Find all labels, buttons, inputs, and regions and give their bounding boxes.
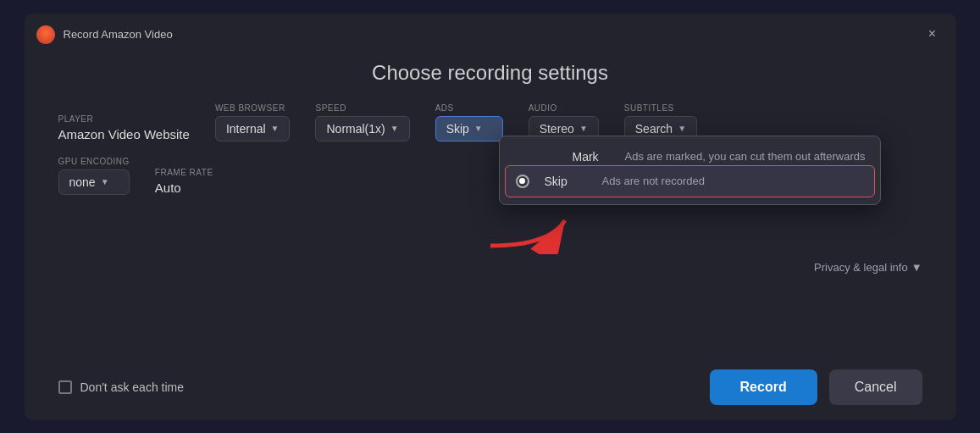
subtitles-label: SUBTITLES — [624, 103, 697, 113]
dont-ask-label: Don't ask each time — [80, 380, 185, 394]
red-arrow-icon — [482, 203, 575, 258]
mark-option-name: Mark — [573, 150, 625, 164]
skip-option-name: Skip — [545, 175, 587, 188]
bottom-buttons: Record Cancel — [710, 369, 922, 405]
close-button[interactable]: × — [922, 24, 943, 44]
window-title: Record Amazon Video — [64, 28, 173, 41]
gpu-encoding-value: none — [69, 175, 96, 189]
frame-rate-value: Auto — [155, 180, 213, 195]
bottom-bar: Don't ask each time Record Cancel — [25, 354, 956, 420]
dont-ask-checkbox[interactable] — [58, 380, 72, 394]
dialog-window: Record Amazon Video × Choose recording s… — [25, 14, 956, 420]
speed-value: Normal(1x) — [326, 122, 385, 136]
web-browser-value: Internal — [226, 122, 266, 136]
speed-dropdown[interactable]: Normal(1x) ▼ — [315, 116, 409, 142]
privacy-link[interactable]: Privacy & legal info ▼ — [814, 261, 922, 274]
audio-value: Stereo — [540, 122, 574, 136]
gpu-encoding-group: GPU ENCODING none ▼ — [58, 157, 130, 195]
subtitles-value: Search — [635, 122, 673, 136]
record-button[interactable]: Record — [710, 369, 817, 405]
web-browser-group: WEB BROWSER Internal ▼ — [215, 103, 291, 142]
subtitles-chevron: ▼ — [678, 124, 686, 133]
web-browser-dropdown[interactable]: Internal ▼ — [215, 116, 291, 142]
mark-header-row: Mark Ads are marked, you can cut them ou… — [500, 143, 881, 165]
audio-label: AUDIO — [529, 103, 599, 113]
ads-dropdown[interactable]: Skip ▼ — [435, 116, 503, 142]
web-browser-chevron: ▼ — [271, 124, 280, 133]
skip-radio — [516, 175, 529, 188]
main-content: PLAYER Amazon Video Website WEB BROWSER … — [25, 103, 956, 354]
player-label: PLAYER — [58, 114, 190, 124]
ads-dropdown-popup-container: Mark Ads are marked, you can cut them ou… — [499, 136, 882, 205]
dont-ask-group: Don't ask each time — [58, 380, 185, 394]
arrow-area — [25, 195, 956, 263]
ads-label: ADS — [435, 103, 503, 113]
player-value: Amazon Video Website — [58, 127, 190, 142]
frame-rate-label: FRAME RATE — [155, 168, 213, 177]
ads-value: Skip — [446, 122, 469, 136]
cancel-button[interactable]: Cancel — [829, 369, 922, 405]
ads-dropdown-popup: Mark Ads are marked, you can cut them ou… — [499, 136, 882, 205]
speed-group: SPEED Normal(1x) ▼ — [315, 103, 409, 142]
gpu-encoding-chevron: ▼ — [101, 177, 109, 186]
privacy-chevron: ▼ — [911, 261, 922, 274]
gpu-encoding-dropdown[interactable]: none ▼ — [58, 169, 130, 195]
frame-rate-group: FRAME RATE Auto — [155, 168, 213, 195]
player-group: PLAYER Amazon Video Website — [58, 114, 190, 142]
ads-chevron: ▼ — [474, 124, 483, 133]
settings-row: PLAYER Amazon Video Website WEB BROWSER … — [25, 103, 956, 142]
dialog-title: Choose recording settings — [25, 53, 956, 103]
web-browser-label: WEB BROWSER — [215, 103, 291, 113]
mark-option-desc: Ads are marked, you can cut them out aft… — [625, 150, 866, 163]
privacy-label: Privacy & legal info — [814, 261, 908, 274]
skip-option-desc: Ads are not recorded — [602, 175, 705, 187]
title-bar: Record Amazon Video × — [25, 14, 956, 53]
speed-label: SPEED — [315, 103, 409, 113]
ads-group: ADS Skip ▼ — [435, 103, 503, 142]
app-icon — [36, 25, 55, 44]
skip-option-row[interactable]: Skip Ads are not recorded — [505, 165, 876, 197]
gpu-encoding-label: GPU ENCODING — [58, 157, 130, 166]
audio-chevron: ▼ — [579, 124, 588, 133]
speed-chevron: ▼ — [390, 124, 399, 133]
